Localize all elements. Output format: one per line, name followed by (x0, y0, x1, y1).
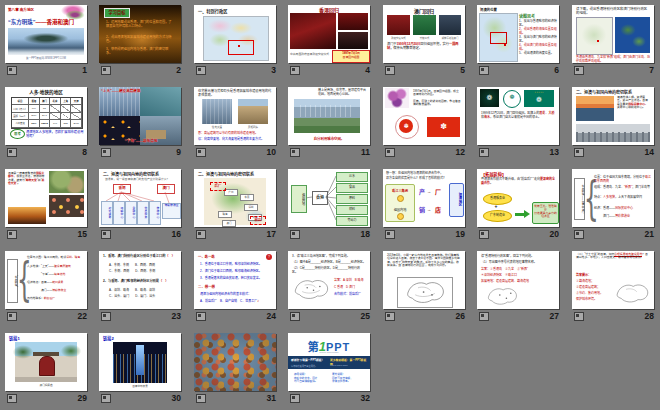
transition-icon[interactable] (479, 230, 489, 239)
slide-thumbnail-30[interactable]: 链接2 香港中环夜景 (99, 333, 181, 391)
supply-box: 燃料 (336, 205, 368, 215)
prompt-text: 读下图，说出香港特别行政区和澳门特别行政区的组成。 (576, 7, 650, 16)
slide-thumbnail-6[interactable]: 港澳的位置 读图思考 1、找出与香港毗邻的经济特区。 2、说出香港的海陆位置及组… (477, 5, 559, 63)
transition-icon[interactable] (290, 66, 300, 75)
slide-thumbnail-22[interactable]: “东方明珠” { 位置与范围：珠江口两侧，毗邻深圳、珠海 人多地狭：“上天”——… (5, 251, 87, 309)
city-chip: 深圳 (244, 204, 258, 211)
slide-thumbnail-16[interactable]: 二、港澳与祖国内地的密切联系 读课本，说一说香港和澳门的支柱产业分别是什么？ 香… (99, 169, 181, 227)
slide-thumbnail-29[interactable]: 链接1 澳门妈阁庙 (5, 333, 87, 391)
transition-icon[interactable] (101, 66, 111, 75)
transition-icon[interactable] (196, 66, 206, 75)
summary-line: 与内地联系：前店后厂 (27, 297, 85, 300)
slide-cell-9: “上天”——建设高层建筑 “下海”——填海造地 9 (99, 87, 181, 158)
transition-icon[interactable] (196, 394, 206, 403)
front-shop-label: 前店 (250, 216, 266, 225)
slide-thumbnail-21[interactable]: 东方明珠——香港和澳门 { 位置：位于祖国大陆东南端，分别位于珠江口东西两侧 组… (572, 169, 654, 227)
slide-cell-19: 想一想：在祖国内地与港澳的经济合作中， 双方各自的优势是什么？形成了怎样的模式？… (383, 169, 465, 240)
transition-icon[interactable] (574, 148, 584, 157)
slide-thumbnail-11[interactable]: 楼上是商场、住宅等，屋顶建有平台花园，地面是街心公园。 充分利用城市空间。 (288, 87, 370, 145)
transition-icon[interactable] (101, 148, 111, 157)
transition-icon[interactable] (574, 230, 584, 239)
slide-thumbnail-2[interactable]: 学习目标 1、运用地图说出香港、澳门的位置和范围，了解其自然环境和人口特点。 2… (99, 5, 181, 63)
slide-footer: 24 (194, 309, 276, 322)
slide-thumbnail-12[interactable]: 1997年7月1日，香港回归祖国，成立香港特别行政区。 区旗、区徽上的紫荆花图案… (383, 87, 465, 145)
slide-footer: 30 (99, 391, 181, 404)
transition-icon[interactable] (7, 394, 17, 403)
check-glyph: √ (257, 299, 259, 303)
slide-thumbnail-32[interactable]: 第1PPT WWW.1PPT.COM 感谢您下载第一PPT模板！ 请勿将模板用于… (288, 333, 370, 391)
slide-thumbnail-3[interactable]: 一、特别行政区 (194, 5, 276, 63)
slide-footer: 22 (5, 309, 87, 322)
slide-cell-14: 二、港澳与祖国内地的密切联系 港澳地狭人稠、资源匮乏，第三产业发达。香港是重要的… (572, 87, 654, 158)
slide-thumbnail-4[interactable]: 香港回归 中英两国政府香港政权交接仪式 1997年7月1日 香港回归祖国 (288, 5, 370, 63)
slide-footer: 3 (194, 63, 276, 76)
slide-number: 19 (456, 229, 465, 239)
slide-thumbnail-18[interactable]: 祖国内地 香港 淡水 食品 原料 燃料 劳动力 (288, 169, 370, 227)
slide-thumbnail-25[interactable]: 3、读“珠江三角洲地区图”，完成下列各题。 （1）图中A是______经济特区，… (288, 251, 370, 309)
body-text: 1999年12月20日，澳门回归祖国。区旗上的莲花、大桥和海水，象征澳门自古以来… (481, 112, 555, 120)
transition-icon[interactable] (385, 312, 395, 321)
question-line: 1、香港、澳门特别行政区分别位于珠江口的（ ） (103, 254, 179, 258)
slide-thumbnail-15[interactable]: 香港是一座高度繁荣的国际大都市，服务业发达，旅游购物方便，被誉为“购物天堂”和“… (5, 169, 87, 227)
slide-footer: 29 (5, 391, 87, 404)
slide-thumbnail-1[interactable]: 第八章 南方地区 “东方明珠”——香港和澳门 第一PPT模板网-WWW.1PPT… (5, 5, 87, 63)
transition-icon[interactable] (101, 394, 111, 403)
transition-icon[interactable] (196, 312, 206, 321)
slide-thumbnail-10[interactable]: 住宅单元楼与货柜码头是香港拓展城市建设用地的代表性景观。 住宅大厦 货柜码头 思… (194, 87, 276, 145)
transition-icon[interactable] (574, 312, 584, 321)
slide-thumbnail-17[interactable]: 二、港澳与祖国内地的密切联系 广州 东莞 深圳 珠海 澳门 香港 后厂 前店 (194, 169, 276, 227)
slide-thumbnail-27[interactable]: 读“香港特别行政区图”，回答下列问题。 （1）写出图中序号代表的地理事物名称。 … (477, 251, 559, 309)
transition-icon[interactable] (479, 66, 489, 75)
transition-icon[interactable] (7, 230, 17, 239)
table-header: 北京 (50, 98, 61, 105)
slide-cell-27: 读“香港特别行政区图”，回答下列问题。 （1）写出图中序号代表的地理事物名称。 … (477, 251, 559, 322)
food-collage-photo (194, 333, 276, 391)
transition-icon[interactable] (196, 148, 206, 157)
transition-icon[interactable] (385, 148, 395, 157)
transition-icon[interactable] (574, 66, 584, 75)
transition-icon[interactable] (290, 148, 300, 157)
transition-icon[interactable] (7, 148, 17, 157)
slide-thumbnail-13[interactable]: ❁ ❁ ⋆⋆⋆⋆⋆ ❁ 1999年12月20日，澳门回归祖国。区旗上的莲花、大桥… (477, 87, 559, 145)
transition-icon[interactable] (101, 312, 111, 321)
slide-thumbnail-28[interactable]: （二）“寸土寸金”的香港，如何合理拓展城市建设用地？香港山地多、平地少，人口密度… (572, 251, 654, 309)
slide-thumbnail-5[interactable]: 澳门回归 政权交接仪式 升旗仪式 解放军进驻澳门 澳门于1999年12月20日回… (383, 5, 465, 63)
transition-icon[interactable] (290, 394, 300, 403)
transition-icon[interactable] (101, 230, 111, 239)
slide-number: 22 (78, 311, 87, 321)
slide-footer: 11 (288, 145, 370, 158)
answer-line: 保护城市环境。 (576, 297, 597, 301)
title-part-red: ——香港和澳门 (36, 19, 75, 25)
photo-caption: 升旗仪式 (413, 36, 436, 40)
transition-icon[interactable] (7, 312, 17, 321)
slide-thumbnail-31[interactable] (194, 333, 276, 391)
slide-number: 16 (172, 229, 181, 239)
slide-thumbnail-7[interactable]: 读下图，说出香港特别行政区和澳门特别行政区的组成。 香港由香港岛、九龙和“新界”… (572, 5, 654, 63)
slide-thumbnail-20[interactable]: 【拓展延伸】 粤港澳合作模式不断升级，由“前店后厂”走向更紧密的全面合作。 香港… (477, 169, 559, 227)
transition-icon[interactable] (290, 312, 300, 321)
label-skyward: “上天”——建设高层建筑 (101, 88, 141, 93)
text-run: 经济特点：香港—— (27, 280, 52, 284)
macau-flag: ⋆⋆⋆⋆⋆ ❁ (524, 90, 554, 107)
slide-thumbnail-14[interactable]: 二、港澳与祖国内地的密切联系 港澳地狭人稠、资源匮乏，第三产业发达。香港是重要的… (572, 87, 654, 145)
slide-number: 14 (645, 147, 654, 157)
text-run: ，保持长期繁荣稳定。 (390, 46, 422, 50)
transition-icon[interactable] (196, 230, 206, 239)
slide-thumbnail-19[interactable]: 想一想：在祖国内地与港澳的经济合作中， 双方各自的优势是什么？形成了怎样的模式？… (383, 169, 465, 227)
highlight-rectangle (228, 40, 254, 55)
slide-thumbnail-9[interactable]: “上天”——建设高层建筑 “下海”——填海造地 (99, 87, 181, 145)
transition-icon[interactable] (385, 230, 395, 239)
slide-thumbnail-8[interactable]: 人多·地狭的地区 项目香港澳门北京上海天津 人口（万人）70455 面积（km²… (5, 87, 87, 145)
transition-icon[interactable] (7, 66, 17, 75)
slide-thumbnail-26[interactable]: 2019年4月，小明一家从内地出发去香港旅游。他们乘高铁经深圳进入香港，游览了迪… (383, 251, 465, 309)
transition-icon[interactable] (479, 148, 489, 157)
answer-line: ②建设高层建筑； (576, 285, 600, 289)
slide-thumbnail-24[interactable]: 一、练一练 ? 1、香港位于珠江口东侧，毗邻深圳经济特区。 2、澳门位于珠江口西… (194, 251, 276, 309)
shop-char: 店 (435, 205, 441, 214)
city-chip: 珠海 (218, 211, 232, 218)
slide-thumbnail-23[interactable]: 1、香港、澳门特别行政区分别位于珠江口的（ ） A、东侧、东侧 B、西侧、西侧 … (99, 251, 181, 309)
slide-footer: 4 (288, 63, 370, 76)
transition-icon[interactable] (385, 66, 395, 75)
transition-icon[interactable] (290, 230, 300, 239)
transition-icon[interactable] (479, 312, 489, 321)
